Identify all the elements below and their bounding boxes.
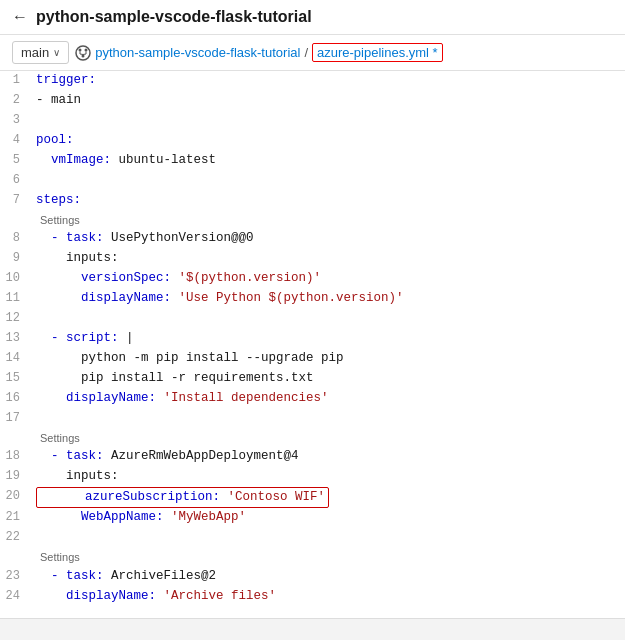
line-content: - task: UsePythonVersion@@0 <box>32 229 625 248</box>
section-settings-label: Settings <box>40 212 625 229</box>
back-button[interactable]: ← <box>12 8 28 26</box>
code-line-13: 13 - script: | <box>0 329 625 349</box>
line-content: pip install -r requirements.txt <box>32 369 625 388</box>
line-number: 8 <box>0 229 32 248</box>
line-content: versionSpec: '$(python.version)' <box>32 269 625 288</box>
code-line-17: 17 <box>0 409 625 429</box>
line-number: 24 <box>0 587 32 606</box>
code-line-3: 3 <box>0 111 625 131</box>
line-number: 7 <box>0 191 32 210</box>
line-number: 4 <box>0 131 32 150</box>
line-content: - main <box>32 91 625 110</box>
line-content: pool: <box>32 131 625 150</box>
line-content: steps: <box>32 191 625 210</box>
svg-line-5 <box>80 54 83 55</box>
line-number: 6 <box>0 171 32 190</box>
breadcrumb-repo-name[interactable]: python-sample-vscode-flask-tutorial <box>95 45 300 60</box>
code-line-14: 14 python -m pip install --upgrade pip <box>0 349 625 369</box>
section-settings-label: Settings <box>40 549 625 566</box>
line-content: displayName: 'Use Python $(python.versio… <box>32 289 625 308</box>
code-line-21: 21 WebAppName: 'MyWebApp' <box>0 508 625 528</box>
code-line-24: 24 displayName: 'Archive files' <box>0 587 625 607</box>
line-content: python -m pip install --upgrade pip <box>32 349 625 368</box>
code-line-18: 18 - task: AzureRmWebAppDeployment@4 <box>0 447 625 467</box>
line-content: trigger: <box>32 71 625 90</box>
line-number: 19 <box>0 467 32 486</box>
breadcrumb-separator: / <box>304 45 308 60</box>
line-content: displayName: 'Archive files' <box>32 587 625 606</box>
line-content: inputs: <box>32 467 625 486</box>
line-content: inputs: <box>32 249 625 268</box>
line-number: 21 <box>0 508 32 527</box>
page-title: python-sample-vscode-flask-tutorial <box>36 8 312 26</box>
line-number: 20 <box>0 487 32 506</box>
line-content: - script: | <box>32 329 625 348</box>
line-number: 16 <box>0 389 32 408</box>
svg-point-1 <box>79 48 82 51</box>
line-number: 12 <box>0 309 32 328</box>
line-number: 23 <box>0 567 32 586</box>
code-line-1: 1trigger: <box>0 71 625 91</box>
line-number: 1 <box>0 71 32 90</box>
breadcrumb-filename[interactable]: azure-pipelines.yml * <box>312 43 443 62</box>
toolbar: main ∨ python-sample-vscode-flask-tutori… <box>0 35 625 71</box>
code-line-9: 9 inputs: <box>0 249 625 269</box>
footer <box>0 618 625 640</box>
line-number: 9 <box>0 249 32 268</box>
line-number: 17 <box>0 409 32 428</box>
code-line-6: 6 <box>0 171 625 191</box>
line-number: 3 <box>0 111 32 130</box>
code-line-8: 8 - task: UsePythonVersion@@0 <box>0 229 625 249</box>
line-content: vmImage: ubuntu-latest <box>32 151 625 170</box>
code-line-22: 22 <box>0 528 625 548</box>
line-number: 22 <box>0 528 32 547</box>
breadcrumb: python-sample-vscode-flask-tutorial / az… <box>75 43 613 62</box>
line-number: 13 <box>0 329 32 348</box>
code-line-23: 23 - task: ArchiveFiles@2 <box>0 567 625 587</box>
header: ← python-sample-vscode-flask-tutorial <box>0 0 625 35</box>
line-number: 5 <box>0 151 32 170</box>
svg-point-3 <box>82 54 85 57</box>
line-number: 2 <box>0 91 32 110</box>
code-line-12: 12 <box>0 309 625 329</box>
line-content: - task: AzureRmWebAppDeployment@4 <box>32 447 625 466</box>
code-line-2: 2- main <box>0 91 625 111</box>
code-editor: 1trigger:2- main34pool:5 vmImage: ubuntu… <box>0 71 625 621</box>
svg-point-0 <box>76 46 90 60</box>
line-number: 11 <box>0 289 32 308</box>
line-number: 15 <box>0 369 32 388</box>
line-number: 10 <box>0 269 32 288</box>
line-content: azureSubscription: 'Contoso WIF' <box>32 487 625 508</box>
branch-name: main <box>21 45 49 60</box>
line-content: WebAppName: 'MyWebApp' <box>32 508 625 527</box>
svg-point-2 <box>85 48 88 51</box>
svg-line-7 <box>83 54 86 55</box>
code-line-16: 16 displayName: 'Install dependencies' <box>0 389 625 409</box>
code-line-15: 15 pip install -r requirements.txt <box>0 369 625 389</box>
code-line-5: 5 vmImage: ubuntu-latest <box>0 151 625 171</box>
line-content: displayName: 'Install dependencies' <box>32 389 625 408</box>
line-number: 18 <box>0 447 32 466</box>
line-number: 14 <box>0 349 32 368</box>
code-line-10: 10 versionSpec: '$(python.version)' <box>0 269 625 289</box>
chevron-down-icon: ∨ <box>53 47 60 58</box>
code-line-11: 11 displayName: 'Use Python $(python.ver… <box>0 289 625 309</box>
code-line-20: 20 azureSubscription: 'Contoso WIF' <box>0 487 625 508</box>
code-line-19: 19 inputs: <box>0 467 625 487</box>
section-settings-label: Settings <box>40 430 625 447</box>
code-line-7: 7steps: <box>0 191 625 211</box>
line-content: - task: ArchiveFiles@2 <box>32 567 625 586</box>
branch-selector[interactable]: main ∨ <box>12 41 69 64</box>
repo-icon <box>75 45 91 61</box>
code-line-4: 4pool: <box>0 131 625 151</box>
